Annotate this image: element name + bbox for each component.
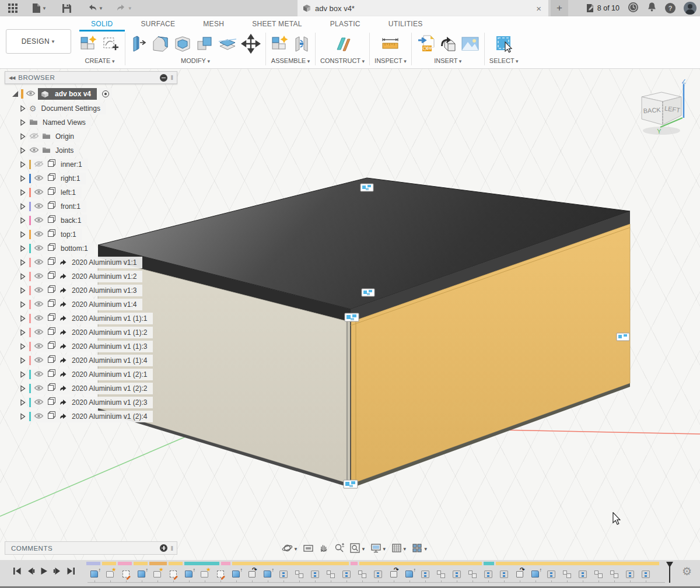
timeline-feature-ground[interactable] — [323, 566, 338, 582]
timeline-settings-gear-icon[interactable]: ⚙ — [682, 566, 692, 577]
browser-item-2020-aluminium-v1-3[interactable]: 2020 Aluminium v1:3 — [5, 284, 177, 298]
visibility-eye-icon[interactable] — [34, 369, 44, 380]
timeline-play-button[interactable] — [40, 567, 48, 575]
browser-item-2020-aluminium-v1-1-3[interactable]: 2020 Aluminium v1 (1):3 — [5, 340, 177, 354]
new-solid-icon[interactable] — [79, 34, 98, 53]
visibility-eye-icon[interactable] — [34, 313, 44, 324]
browser-item-inner-1[interactable]: inner:1 — [5, 158, 177, 172]
expand-arrow-icon[interactable] — [20, 413, 28, 420]
new-component-icon[interactable] — [271, 34, 289, 53]
expand-arrow-icon[interactable] — [20, 315, 28, 322]
expand-arrow-icon[interactable] — [20, 203, 28, 210]
browser-item-2020-aluminium-v1-2[interactable]: 2020 Aluminium v1:2 — [5, 270, 177, 284]
group-label-insert[interactable]: INSERT — [434, 57, 461, 64]
file-menu-button[interactable]: ▼ — [29, 1, 50, 16]
timeline-feature-ground[interactable] — [433, 566, 449, 582]
ribbon-tab-surface[interactable]: SURFACE — [130, 18, 187, 32]
timeline-feature-extrude[interactable] — [181, 566, 197, 582]
visibility-eye-icon[interactable] — [34, 341, 44, 352]
grid-button[interactable]: ▼ — [390, 542, 409, 556]
expand-arrow-icon[interactable] — [20, 385, 28, 392]
timeline-feature-derive[interactable] — [244, 566, 260, 582]
root-component-chip[interactable]: adv box v4 — [38, 88, 97, 100]
timeline-feature-extrude[interactable] — [401, 566, 417, 582]
timeline-feature-joint[interactable] — [370, 566, 386, 582]
user-avatar[interactable] — [684, 2, 696, 15]
timeline-skip-end-button[interactable] — [66, 567, 75, 575]
timeline-feature-joint[interactable] — [543, 566, 559, 582]
collapse-panel-icon[interactable]: ◀◀ — [9, 75, 15, 80]
browser-item-left-1[interactable]: left:1 — [5, 186, 177, 200]
visibility-eye-icon[interactable] — [34, 173, 44, 184]
timeline-feature-joint[interactable] — [417, 566, 433, 582]
document-tab[interactable]: adv box v4* × — [298, 0, 548, 16]
undo-button[interactable]: ▼ — [84, 1, 106, 16]
browser-item-named-views[interactable]: Named Views — [5, 116, 177, 130]
group-label-modify[interactable]: MODIFY — [181, 57, 210, 64]
browser-item-2020-aluminium-v1-1-1[interactable]: 2020 Aluminium v1 (1):1 — [5, 312, 177, 326]
browser-item-2020-aluminium-v1-1[interactable]: 2020 Aluminium v1:1 — [5, 256, 177, 270]
visibility-eye-icon[interactable] — [34, 355, 44, 366]
joint-icon[interactable] — [293, 34, 310, 53]
browser-item-origin[interactable]: Origin — [5, 130, 177, 144]
comments-panel[interactable]: COMMENTS ‖ — [5, 541, 177, 555]
expand-arrow-icon[interactable] — [20, 133, 28, 140]
orbit-button[interactable]: ▼ — [280, 541, 300, 557]
insert-svg-icon[interactable]: SVG — [416, 34, 435, 54]
browser-item-top-1[interactable]: top:1 — [5, 228, 177, 242]
group-label-inspect[interactable]: INSPECT — [374, 57, 407, 64]
expand-arrow-icon[interactable] — [20, 273, 28, 280]
visibility-eye-icon[interactable] — [34, 271, 44, 282]
ribbon-tab-sheet-metal[interactable]: SHEET METAL — [240, 18, 314, 32]
visibility-eye-icon[interactable] — [34, 243, 44, 254]
create-sketch-icon[interactable] — [102, 34, 120, 53]
viewports-button[interactable]: ▼ — [410, 542, 430, 556]
visibility-eye-icon[interactable] — [34, 327, 44, 338]
timeline-feature-ground[interactable] — [606, 566, 622, 582]
timeline-feature-ground[interactable] — [291, 566, 307, 582]
visibility-eye-icon[interactable] — [34, 257, 44, 268]
minimize-browser-icon[interactable] — [160, 74, 167, 82]
browser-item-2020-aluminium-v1-2-3[interactable]: 2020 Aluminium v1 (2):3 — [5, 396, 177, 410]
browser-root-row[interactable]: adv box v4 — [5, 88, 177, 100]
timeline-feature-joint[interactable] — [307, 566, 323, 582]
expand-arrow-icon[interactable] — [20, 189, 28, 196]
timeline-feature-joint[interactable] — [338, 566, 354, 582]
visibility-eye-icon[interactable] — [34, 299, 44, 310]
expand-arrow-icon[interactable] — [20, 119, 28, 126]
timeline-feature-ground[interactable] — [590, 566, 606, 582]
look-at-button[interactable] — [301, 542, 316, 556]
browser-header[interactable]: ◀◀ BROWSER ‖ — [5, 71, 177, 84]
insert-mesh-icon[interactable] — [439, 34, 457, 53]
timeline-feature-component[interactable] — [197, 566, 212, 582]
split-body-icon[interactable] — [218, 34, 237, 53]
ribbon-tab-solid[interactable]: SOLID — [79, 18, 125, 32]
timeline-skip-start-button[interactable] — [13, 567, 22, 575]
timeline-feature-sketch[interactable] — [165, 566, 181, 582]
job-status[interactable]: 8 of 10 — [586, 4, 620, 13]
timeline-feature-ground[interactable] — [354, 566, 370, 582]
expand-arrow-icon[interactable] — [20, 371, 28, 378]
timeline-feature-derive[interactable] — [386, 566, 401, 582]
timeline-playhead[interactable] — [666, 562, 673, 584]
expand-arrow-icon[interactable] — [20, 259, 28, 266]
press-pull-icon[interactable] — [130, 34, 148, 53]
group-label-construct[interactable]: CONSTRUCT — [320, 57, 365, 64]
timeline-feature-joint[interactable] — [275, 566, 291, 582]
new-tab-button[interactable]: + — [551, 0, 568, 16]
timeline-step-forward-button[interactable] — [53, 567, 61, 575]
expand-arrow-icon[interactable] — [20, 329, 28, 336]
visibility-eye-icon[interactable] — [29, 131, 39, 142]
visibility-eye-icon[interactable] — [29, 145, 39, 156]
browser-item-right-1[interactable]: right:1 — [5, 172, 177, 186]
visibility-eye-icon[interactable] — [34, 201, 44, 212]
expand-arrow-icon[interactable] — [20, 147, 28, 154]
browser-item-joints[interactable]: Joints — [5, 144, 177, 158]
activate-component-radio[interactable] — [99, 88, 112, 100]
notifications-bell-icon[interactable] — [647, 2, 657, 15]
group-label-assemble[interactable]: ASSEMBLE — [271, 57, 310, 64]
timeline-feature-ground[interactable] — [559, 566, 575, 582]
display-button[interactable]: ▼ — [369, 542, 388, 556]
timeline-feature-joint[interactable] — [622, 566, 638, 582]
browser-item-2020-aluminium-v1-2-1[interactable]: 2020 Aluminium v1 (2):1 — [5, 368, 177, 382]
